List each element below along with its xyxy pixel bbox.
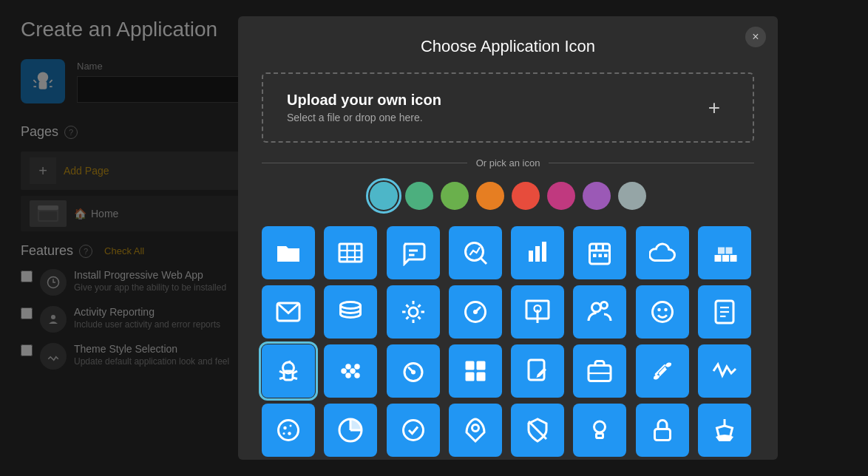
svg-point-44 — [601, 302, 608, 309]
svg-rect-70 — [465, 373, 474, 381]
svg-point-78 — [288, 432, 291, 435]
color-swatch-1[interactable] — [405, 182, 433, 210]
upload-title: Upload your own icon — [287, 92, 441, 109]
checkmark-circle-icon — [400, 417, 427, 443]
svg-line-57 — [293, 378, 297, 379]
modal-overlay[interactable]: × Choose Application Icon Upload your ow… — [0, 0, 868, 476]
people-icon — [586, 299, 613, 325]
color-swatch-5[interactable] — [547, 182, 575, 210]
icon-tile-chart-search[interactable] — [449, 226, 502, 279]
icon-tile-gear[interactable] — [387, 285, 440, 339]
color-swatch-7[interactable] — [618, 182, 646, 210]
svg-point-62 — [350, 368, 356, 374]
svg-rect-20 — [529, 251, 533, 262]
svg-rect-30 — [714, 255, 721, 262]
icon-tile-cubes[interactable] — [698, 226, 751, 279]
icon-tile-shield-slash[interactable] — [511, 404, 564, 457]
chart-search-icon — [462, 239, 489, 266]
icon-tile-bar-chart[interactable] — [511, 226, 564, 279]
svg-rect-27 — [593, 254, 597, 258]
upload-text: Upload your own icon Select a file or dr… — [287, 92, 441, 123]
svg-rect-89 — [654, 429, 670, 441]
chat-icon — [400, 239, 427, 266]
svg-point-40 — [473, 310, 478, 314]
shield-slash-icon — [524, 417, 551, 443]
icon-tile-folder[interactable] — [262, 226, 315, 279]
icon-tile-map-pin[interactable] — [511, 285, 564, 339]
icon-tile-people[interactable] — [573, 285, 626, 339]
svg-rect-72 — [529, 360, 544, 380]
cubes-icon — [711, 239, 738, 266]
svg-point-47 — [664, 308, 668, 312]
icon-tile-lock[interactable] — [636, 404, 689, 457]
table-icon — [337, 239, 364, 266]
icon-tile-wrench[interactable] — [636, 344, 689, 398]
icon-tile-ship[interactable] — [698, 404, 751, 457]
svg-rect-11 — [339, 244, 362, 262]
briefcase-icon — [586, 358, 613, 384]
icon-tile-document-list[interactable] — [698, 285, 751, 339]
icon-tile-table[interactable] — [324, 226, 377, 279]
svg-point-45 — [652, 302, 672, 322]
choose-icon-modal: × Choose Application Icon Upload your ow… — [238, 16, 778, 460]
icon-tile-graph-wave[interactable] — [698, 344, 751, 398]
icon-tile-database[interactable] — [324, 285, 377, 339]
bar-chart-icon — [524, 239, 551, 266]
divider-text: Or pick an icon — [476, 157, 540, 169]
icon-tile-dots[interactable] — [324, 344, 377, 398]
document-list-icon — [711, 299, 738, 325]
svg-rect-31 — [722, 255, 729, 262]
icon-tile-grid-four[interactable] — [449, 344, 502, 398]
color-swatch-2[interactable] — [441, 182, 469, 210]
color-swatch-3[interactable] — [476, 182, 504, 210]
icon-tile-cookie[interactable] — [262, 404, 315, 457]
bug-icon — [275, 358, 302, 384]
svg-line-56 — [279, 378, 284, 379]
svg-point-63 — [355, 364, 361, 370]
modal-close-button[interactable]: × — [745, 27, 766, 47]
svg-point-64 — [355, 373, 361, 378]
icon-tile-cloud[interactable] — [636, 226, 689, 279]
icon-tile-envelope[interactable] — [262, 285, 315, 339]
folder-icon — [275, 239, 302, 266]
icon-tile-speedometer[interactable] — [387, 344, 440, 398]
icon-tile-calendar-grid[interactable] — [573, 226, 626, 279]
svg-point-60 — [346, 364, 352, 370]
emoji-icon — [649, 299, 676, 325]
icon-tile-emoji[interactable] — [636, 285, 689, 339]
svg-rect-32 — [730, 255, 736, 262]
grid-four-icon — [462, 358, 489, 384]
svg-point-76 — [283, 426, 287, 430]
icon-tile-pie-chart[interactable] — [324, 404, 377, 457]
icon-tile-lightbulb[interactable] — [573, 404, 626, 457]
svg-rect-22 — [542, 242, 546, 262]
svg-line-19 — [481, 259, 486, 265]
icon-tile-bug[interactable] — [262, 344, 315, 398]
svg-rect-21 — [535, 246, 540, 262]
icon-tile-checkmark-circle[interactable] — [387, 404, 440, 457]
color-swatch-0[interactable] — [370, 182, 398, 210]
svg-point-67 — [411, 370, 416, 375]
icon-tile-gauge-circle[interactable] — [449, 285, 502, 339]
lightbulb-icon — [586, 417, 613, 443]
icon-tile-rocket[interactable] — [449, 404, 502, 457]
map-pin-icon — [524, 299, 551, 325]
color-swatch-row — [262, 182, 754, 210]
icon-tile-chat[interactable] — [387, 226, 440, 279]
dots-icon — [337, 358, 364, 384]
svg-point-75 — [279, 421, 299, 441]
gauge-circle-icon — [462, 299, 489, 325]
color-swatch-4[interactable] — [512, 182, 540, 210]
color-swatch-6[interactable] — [583, 182, 611, 210]
modal-title: Choose Application Icon — [262, 37, 754, 56]
svg-point-59 — [342, 368, 347, 374]
divider-right — [549, 163, 754, 163]
pie-chart-icon — [337, 417, 364, 443]
svg-point-61 — [346, 373, 352, 378]
cookie-icon — [275, 417, 302, 443]
upload-zone[interactable]: Upload your own icon Select a file or dr… — [262, 72, 754, 143]
icon-tile-briefcase[interactable] — [573, 344, 626, 398]
icon-tile-edit-doc[interactable] — [511, 344, 564, 398]
svg-point-77 — [290, 425, 292, 427]
svg-point-43 — [592, 303, 601, 312]
